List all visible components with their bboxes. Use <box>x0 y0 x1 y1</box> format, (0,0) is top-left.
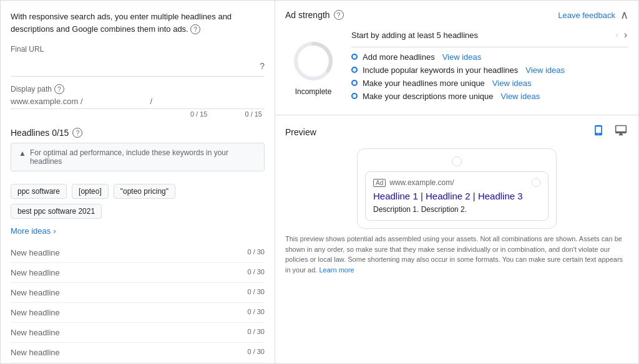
display-path-char-counts: 0 / 15 0 / 15 <box>11 110 265 118</box>
headline-inputs-list: 0 / 30 0 / 30 0 / 30 0 / 30 0 / 30 0 / 3… <box>11 243 265 363</box>
desktop-preview-button[interactable] <box>613 123 628 141</box>
tip-divider <box>351 47 628 47</box>
mobile-preview-button[interactable] <box>591 123 606 141</box>
phone-notch <box>452 156 462 166</box>
learn-more-link[interactable]: Learn more <box>319 266 354 274</box>
final-url-input[interactable] <box>11 62 260 71</box>
ad-strength-section: Ad strength ? Leave feedback ∧ Incomplet… <box>275 1 638 115</box>
more-ideas-link[interactable]: More ideas › <box>11 226 265 236</box>
preview-header: Preview <box>285 123 628 141</box>
desktop-icon <box>615 124 627 136</box>
strength-circle-area: Incomplete <box>285 29 341 105</box>
ad-strength-title: Ad strength ? <box>285 10 344 20</box>
preview-device-frame: Ad www.example.com/ Headline 1 | Headlin… <box>285 148 628 229</box>
display-path-separator: / <box>150 97 153 106</box>
tip-nav-next-button[interactable]: › <box>623 29 628 41</box>
keyword-chip-2[interactable]: "opteo pricing" <box>114 184 175 199</box>
headline-input-1[interactable] <box>11 268 265 277</box>
tip-dot-3 <box>351 93 358 99</box>
table-row: 0 / 30 <box>11 343 265 363</box>
start-text: Start by adding at least 5 headlines <box>351 31 478 40</box>
tip-item-1: Include popular keywords in your headlin… <box>351 65 628 75</box>
headlines-header: Headlines 0/15 ? <box>11 128 265 138</box>
display-path-label: Display path ? <box>11 84 265 94</box>
ad-card: Ad www.example.com/ Headline 1 | Headlin… <box>365 171 549 221</box>
table-row: 0 / 30 <box>11 323 265 343</box>
tip-item-3: Make your descriptions more unique View … <box>351 92 628 101</box>
keyword-chips: ppc software [opteo] "opteo pricing" bes… <box>11 184 265 219</box>
preview-section: Preview <box>275 115 638 363</box>
headline-count-3: 0 / 30 <box>247 308 265 315</box>
strength-label: Incomplete <box>295 87 332 96</box>
more-ideas-arrow-icon: › <box>53 226 56 236</box>
mobile-icon <box>592 124 605 136</box>
headline-input-4[interactable] <box>11 328 265 337</box>
table-row: 0 / 30 <box>11 243 265 263</box>
strength-tip-header: Start by adding at least 5 headlines ‹ › <box>351 29 628 41</box>
tip-link-3[interactable]: View ideas <box>501 92 540 101</box>
strength-circle-svg <box>291 39 336 84</box>
headline-input-3[interactable] <box>11 308 265 317</box>
keyword-chip-3[interactable]: best ppc software 2021 <box>11 204 102 219</box>
tip-link-2[interactable]: View ideas <box>492 79 532 88</box>
ad-strength-header-right: Leave feedback ∧ <box>558 8 628 22</box>
ad-url: www.example.com/ <box>389 178 454 187</box>
display-path-count1: 0 / 15 <box>190 110 208 118</box>
ad-headline: Headline 1 | Headline 2 | Headline 3 <box>373 189 540 203</box>
intro-help-icon[interactable]: ? <box>190 24 200 34</box>
keywords-tip-section: ▲ For optimal ad performance, include th… <box>11 143 265 171</box>
headline-count-0: 0 / 30 <box>247 248 265 256</box>
tip-link-0[interactable]: View ideas <box>442 52 482 62</box>
ad-card-top: Ad www.example.com/ <box>373 178 540 187</box>
table-row: 0 / 30 <box>11 283 265 303</box>
ad-strength-header: Ad strength ? Leave feedback ∧ <box>285 8 628 22</box>
tip-dot-2 <box>351 80 358 86</box>
tip-dot-0 <box>351 54 358 60</box>
display-path-prefix: www.example.com / <box>11 97 83 106</box>
headlines-help-icon[interactable]: ? <box>72 128 82 138</box>
display-path-help-icon[interactable]: ? <box>54 84 64 94</box>
intro-text: With responsive search ads, you enter mu… <box>11 11 265 35</box>
tip-text-1: Include popular keywords in your headlin… <box>363 65 518 75</box>
tip-text-3: Make your descriptions more unique <box>363 92 494 101</box>
table-row: 0 / 30 <box>11 263 265 283</box>
final-url-row: ? <box>11 56 265 77</box>
headline-input-5[interactable] <box>11 348 265 357</box>
tip-item-0: Add more headlines View ideas <box>351 52 628 62</box>
tip-dot-1 <box>351 67 358 73</box>
more-ideas-text: More ideas <box>11 226 51 236</box>
keyword-chip-1[interactable]: [opteo] <box>72 184 109 199</box>
final-url-label: Final URL <box>11 45 265 54</box>
tip-chevron-icon: ▲ <box>19 149 26 158</box>
headline-count-5: 0 / 30 <box>247 348 265 355</box>
final-url-help-icon[interactable]: ? <box>260 61 265 71</box>
tip-text-0: Add more headlines <box>363 52 435 62</box>
left-panel: With responsive search ads, you enter mu… <box>1 1 275 363</box>
ad-strength-help-icon[interactable]: ? <box>334 10 344 20</box>
tip-nav: ‹ › <box>614 29 628 41</box>
ad-strength-body: Incomplete Start by adding at least 5 he… <box>285 29 628 105</box>
ad-description: Description 1. Description 2. <box>373 205 540 214</box>
display-path-input2[interactable] <box>155 97 217 106</box>
display-path-input1[interactable] <box>85 97 148 106</box>
preview-device-toggle <box>591 123 628 141</box>
headlines-label: Headlines 0/15 <box>11 128 69 138</box>
tip-nav-prev-button[interactable]: ‹ <box>614 29 620 41</box>
right-panel: Ad strength ? Leave feedback ∧ Incomplet… <box>275 1 638 363</box>
headline-input-0[interactable] <box>11 248 265 257</box>
headline-count-1: 0 / 30 <box>247 268 265 275</box>
display-path-count2: 0 / 15 <box>245 110 262 118</box>
phone-frame: Ad www.example.com/ Headline 1 | Headlin… <box>357 148 557 229</box>
tip-link-1[interactable]: View ideas <box>525 65 565 75</box>
keyword-chip-0[interactable]: ppc software <box>11 184 67 199</box>
keywords-tip-text: For optimal ad performance, include thes… <box>30 148 256 166</box>
table-row: 0 / 30 <box>11 363 265 363</box>
headline-input-2[interactable] <box>11 288 265 297</box>
phone-frame-top <box>365 156 549 166</box>
table-row: 0 / 30 <box>11 303 265 323</box>
collapse-icon[interactable]: ∧ <box>620 8 628 22</box>
ad-options-icon[interactable] <box>532 178 540 187</box>
tip-item-2: Make your headlines more unique View ide… <box>351 79 628 88</box>
tip-text-2: Make your headlines more unique <box>363 79 485 88</box>
leave-feedback-link[interactable]: Leave feedback <box>558 11 615 20</box>
